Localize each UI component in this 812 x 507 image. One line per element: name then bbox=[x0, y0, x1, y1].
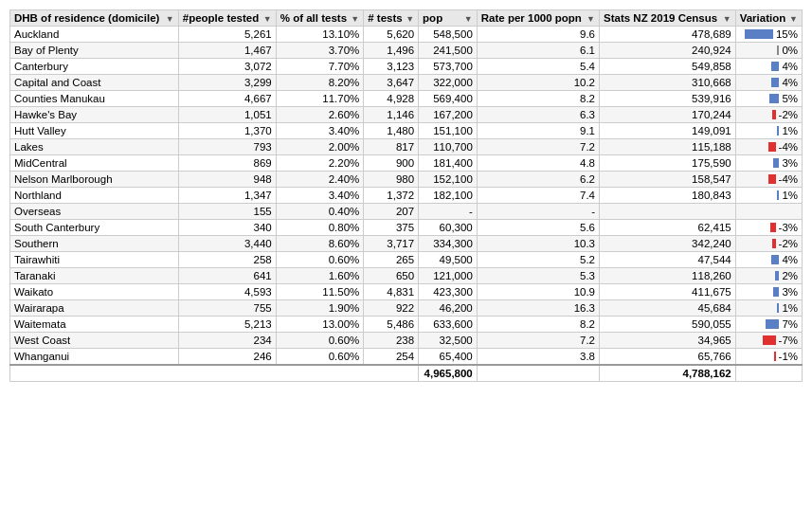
cell-tests: 817 bbox=[364, 139, 419, 155]
cell-people: 1,051 bbox=[178, 107, 276, 123]
cell-pct: 11.70% bbox=[276, 91, 364, 107]
table-row: Southern3,4408.60%3,717334,30010.3342,24… bbox=[10, 236, 803, 252]
negative-bar bbox=[770, 223, 776, 232]
cell-dhb: Northland bbox=[10, 188, 179, 204]
cell-people: 234 bbox=[178, 333, 276, 349]
variation-label: 15% bbox=[776, 28, 798, 40]
cell-pct: 2.00% bbox=[276, 139, 364, 155]
table-row: Counties Manukau4,66711.70%4,928569,4008… bbox=[10, 91, 803, 107]
cell-pct: 11.50% bbox=[276, 284, 364, 300]
cell-pct: 0.60% bbox=[276, 349, 364, 366]
cell-dhb: Southern bbox=[10, 236, 179, 252]
cell-census: 47,544 bbox=[600, 252, 736, 268]
sort-icon-pct: ▼ bbox=[351, 14, 359, 24]
cell-tests: 1,372 bbox=[364, 188, 419, 204]
cell-variation: -4% bbox=[735, 172, 802, 188]
col-header-rate[interactable]: Rate per 1000 popn ▼ bbox=[477, 10, 599, 27]
cell-census: 45,684 bbox=[600, 300, 736, 317]
cell-dhb: West Coast bbox=[10, 333, 179, 349]
cell-rate: 10.3 bbox=[477, 236, 599, 252]
cell-dhb: Bay of Plenty bbox=[10, 43, 179, 59]
zero-bar bbox=[777, 45, 779, 55]
positive-bar bbox=[773, 287, 779, 297]
sort-icon-variation: ▼ bbox=[789, 14, 798, 24]
col-header-dhb[interactable]: DHB of residence (domicile) ▼ bbox=[10, 10, 179, 27]
col-header-pop[interactable]: pop ▼ bbox=[419, 10, 478, 27]
cell-census: 342,240 bbox=[600, 236, 736, 252]
variation-label: 2% bbox=[782, 270, 798, 281]
variation-label: 0% bbox=[782, 45, 798, 56]
footer-rate-spacer bbox=[477, 365, 599, 382]
cell-tests: 375 bbox=[364, 220, 419, 236]
cell-census: 180,843 bbox=[600, 188, 736, 204]
cell-tests: 254 bbox=[364, 349, 419, 366]
cell-tests: 922 bbox=[364, 300, 419, 317]
cell-tests: 1,480 bbox=[364, 123, 419, 139]
cell-rate: 5.6 bbox=[477, 220, 599, 236]
positive-bar bbox=[777, 303, 779, 313]
cell-people: 258 bbox=[178, 252, 276, 268]
footer-pop-total: 4,965,800 bbox=[419, 365, 478, 382]
positive-bar bbox=[771, 255, 779, 264]
cell-pct: 2.40% bbox=[276, 172, 364, 188]
col-header-census[interactable]: Stats NZ 2019 Census ▼ bbox=[600, 10, 736, 27]
negative-bar bbox=[763, 335, 776, 345]
cell-census: 539,916 bbox=[600, 91, 736, 107]
cell-pct: 0.60% bbox=[276, 252, 364, 268]
main-table: DHB of residence (domicile) ▼ #people te… bbox=[9, 9, 803, 382]
negative-bar bbox=[772, 239, 776, 248]
cell-dhb: Waikato bbox=[10, 284, 179, 300]
cell-pop: 423,300 bbox=[419, 284, 478, 300]
cell-tests: 238 bbox=[364, 333, 419, 349]
cell-pct: 1.90% bbox=[276, 300, 364, 317]
negative-bar bbox=[768, 174, 776, 184]
cell-variation: 1% bbox=[735, 123, 802, 139]
cell-variation: -7% bbox=[735, 333, 802, 349]
cell-dhb: Waitemata bbox=[10, 317, 179, 333]
col-header-tests[interactable]: # tests ▼ bbox=[364, 10, 419, 27]
cell-census: 149,091 bbox=[600, 123, 736, 139]
table-row: Nelson Marlborough9482.40%980152,1006.21… bbox=[10, 172, 803, 188]
cell-people: 246 bbox=[178, 349, 276, 366]
cell-people: 793 bbox=[178, 139, 276, 155]
cell-rate: 4.8 bbox=[477, 155, 599, 172]
col-header-people[interactable]: #people tested ▼ bbox=[178, 10, 276, 27]
cell-variation: 5% bbox=[735, 91, 802, 107]
cell-tests: 5,486 bbox=[364, 317, 419, 333]
variation-label: 3% bbox=[782, 157, 798, 169]
table-row: Wairarapa7551.90%92246,20016.345,6841% bbox=[10, 300, 803, 317]
cell-census: 549,858 bbox=[600, 59, 736, 75]
variation-label: 4% bbox=[782, 61, 798, 72]
cell-people: 1,347 bbox=[178, 188, 276, 204]
cell-dhb: Counties Manukau bbox=[10, 91, 179, 107]
variation-label: -1% bbox=[779, 351, 798, 362]
cell-dhb: MidCentral bbox=[10, 155, 179, 172]
table-row: Capital and Coast3,2998.20%3,647322,0001… bbox=[10, 75, 803, 91]
cell-pct: 0.80% bbox=[276, 220, 364, 236]
variation-label: 3% bbox=[782, 286, 798, 298]
cell-variation: 4% bbox=[735, 252, 802, 268]
cell-census: 115,188 bbox=[600, 139, 736, 155]
table-row: Tairawhiti2580.60%26549,5005.247,5444% bbox=[10, 252, 803, 268]
cell-dhb: Tairawhiti bbox=[10, 252, 179, 268]
col-header-variation[interactable]: Variation ▼ bbox=[735, 10, 802, 27]
col-header-pct[interactable]: % of all tests ▼ bbox=[276, 10, 364, 27]
cell-people: 3,072 bbox=[178, 59, 276, 75]
cell-pop: 182,100 bbox=[419, 188, 478, 204]
cell-census: 62,415 bbox=[600, 220, 736, 236]
cell-variation: -2% bbox=[735, 107, 802, 123]
variation-label: 1% bbox=[782, 125, 798, 136]
cell-rate: 16.3 bbox=[477, 300, 599, 317]
cell-pct: 1.60% bbox=[276, 268, 364, 284]
cell-census: 118,260 bbox=[600, 268, 736, 284]
table-row: Waikato4,59311.50%4,831423,30010.9411,67… bbox=[10, 284, 803, 300]
cell-tests: 3,123 bbox=[364, 59, 419, 75]
cell-rate: - bbox=[477, 204, 599, 220]
cell-variation: 7% bbox=[735, 317, 802, 333]
table-row: Overseas1550.40%207-- bbox=[10, 204, 803, 220]
cell-pop: 121,000 bbox=[419, 268, 478, 284]
table-row: Northland1,3473.40%1,372182,1007.4180,84… bbox=[10, 188, 803, 204]
cell-rate: 10.2 bbox=[477, 75, 599, 91]
cell-people: 3,299 bbox=[178, 75, 276, 91]
footer-census-total: 4,788,162 bbox=[600, 365, 736, 382]
